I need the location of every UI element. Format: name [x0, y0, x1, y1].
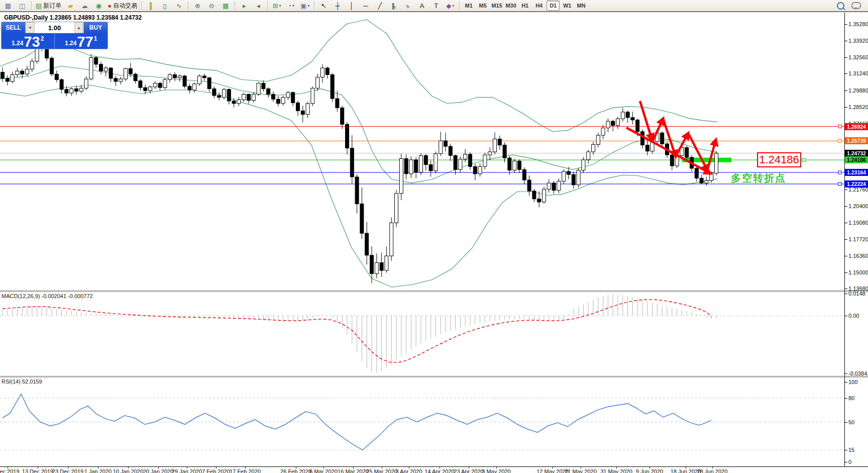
buy-price-big: 77	[77, 35, 93, 48]
sell-button[interactable]: SELL	[2, 22, 25, 33]
horizontal-line-tool-button[interactable]: ─	[359, 0, 372, 11]
indicators-dropdown-icon[interactable]: ▾	[279, 4, 281, 8]
vertical-line-tool-button[interactable]: │	[345, 0, 358, 11]
timeframe-m30[interactable]: M30	[504, 1, 517, 11]
text-tool-button[interactable]: A	[415, 0, 428, 11]
candle-body	[552, 183, 556, 191]
timeframe-m1[interactable]: M1	[462, 1, 475, 11]
candlestick-mode-button[interactable]: ▯	[158, 0, 171, 11]
signals-button[interactable]: ◉	[92, 0, 105, 11]
fibonacci-tool-button[interactable]: ▫F	[401, 0, 414, 11]
candle-body	[336, 99, 339, 108]
periods-dropdown-icon[interactable]: ▾	[292, 4, 294, 8]
autotrading-button[interactable]: ●自动交易	[106, 0, 139, 11]
chart-profiles-button[interactable]: ◫	[16, 0, 29, 11]
timeframe-m5[interactable]: M5	[476, 1, 489, 11]
candle-body	[626, 112, 629, 118]
macd-axis-tick: 0.0148	[848, 291, 865, 297]
x-axis-tick	[553, 466, 553, 468]
panel-separator[interactable]	[0, 376, 868, 376]
hline-marker[interactable]	[838, 139, 841, 142]
chart-shift-button[interactable]: ◂	[252, 0, 265, 11]
zoom-in-button[interactable]: ⊕	[191, 0, 204, 11]
candle-body	[537, 199, 541, 202]
candle-body	[94, 58, 98, 64]
buy-price[interactable]: 1.24 77 1	[55, 33, 108, 49]
zoom-out-button[interactable]: ⊖	[205, 0, 218, 11]
buy-button[interactable]: BUY	[84, 22, 107, 33]
hline-marker[interactable]	[838, 125, 841, 128]
candle-body	[611, 121, 615, 126]
sell-price-sup: 2	[41, 35, 44, 42]
market-history-icon: ▰	[68, 2, 73, 10]
new-order-label: 新订单	[43, 2, 61, 10]
chart-profiles-icon: ◫	[19, 2, 25, 10]
chart-window[interactable]: GBPUSD-,Daily 1.23865 1.24893 1.23584 1.…	[0, 12, 868, 473]
auto-scroll-button[interactable]: ▸	[238, 0, 251, 11]
market-history-button[interactable]: ▰	[64, 0, 77, 11]
candle-body	[60, 79, 63, 89]
macd-canvas[interactable]	[0, 293, 844, 376]
panel-separator[interactable]	[0, 291, 868, 291]
vertical-line-tool-icon: │	[350, 2, 354, 10]
templates-dropdown-icon[interactable]: ▾	[307, 4, 309, 8]
search-icon[interactable]	[837, 2, 844, 10]
volume-input[interactable]: 1.00	[35, 22, 74, 33]
x-axis-tick	[686, 466, 686, 468]
tile-windows-icon: ▦	[223, 2, 229, 10]
sell-price[interactable]: 1.24 73 2	[2, 33, 55, 49]
chat-icon[interactable]	[851, 2, 861, 9]
indicators-button[interactable]: ⊞▾	[270, 0, 283, 11]
price-chart-canvas[interactable]	[0, 13, 844, 291]
candle-body	[331, 75, 334, 99]
timeframe-h1[interactable]: H1	[518, 1, 531, 11]
volume-increase-button[interactable]: ▲	[74, 22, 83, 33]
new-chart-button[interactable]: ▦	[2, 0, 15, 11]
equidistant-channel-tool-button[interactable]: ∥E	[387, 0, 400, 11]
candle-body	[557, 181, 561, 191]
candle-body	[414, 160, 418, 172]
candle-body	[11, 75, 14, 81]
hline-marker[interactable]	[838, 171, 841, 174]
price-tag-1.22224: 1.22224	[845, 180, 868, 187]
x-axis-label: 16 Mar 2020	[338, 468, 369, 473]
hline-marker[interactable]	[802, 158, 805, 161]
crosshair-button[interactable]: ┼	[331, 0, 344, 11]
timeframe-h4[interactable]: H4	[532, 1, 546, 11]
candle-body	[99, 64, 103, 71]
periods-button[interactable]: ◔▾	[284, 0, 297, 11]
trendline-tool-button[interactable]: ╱	[373, 0, 386, 11]
candle-body	[375, 263, 378, 274]
candle-body	[370, 255, 374, 274]
candle-body	[232, 101, 236, 104]
x-axis-label: Dec 2019	[0, 468, 20, 473]
line-chart-mode-button[interactable]: ∿	[172, 0, 185, 11]
community-button[interactable]: ☁	[78, 0, 91, 11]
tile-windows-button[interactable]: ▦	[219, 0, 232, 11]
timeframe-mn[interactable]: MN	[575, 1, 588, 11]
bar-chart-mode-button[interactable]: ║	[144, 0, 157, 11]
templates-button[interactable]: ▣▾	[298, 0, 311, 11]
x-axis-tick	[469, 466, 469, 468]
mt4-window: ▦◫▤新订单▰☁◉●自动交易║▯∿⊕⊖▦▸◂⊞▾◔▾▣▾↖┼│─╱∥E▫FAT◆…	[0, 0, 868, 473]
rsi-canvas[interactable]	[0, 378, 844, 466]
arrows-tool-dropdown-icon[interactable]: ▾	[452, 4, 454, 8]
x-axis-label: 14 Apr 2020	[424, 468, 454, 473]
arrows-tool-button[interactable]: ◆▾	[444, 0, 457, 11]
price-annotation-box[interactable]: 1.24186	[757, 152, 801, 167]
new-order-button[interactable]: ▤新订单	[34, 0, 63, 11]
hline-marker[interactable]	[838, 182, 841, 185]
x-axis-label: 29 Jan 2020	[172, 468, 202, 473]
templates-icon: ▣	[300, 2, 306, 10]
x-axis-tick	[440, 466, 440, 468]
timeframe-w1[interactable]: W1	[561, 1, 574, 11]
text-label-tool-button[interactable]: T	[429, 0, 443, 11]
timeframe-m15[interactable]: M15	[490, 1, 503, 11]
line-chart-mode-icon: ∿	[176, 2, 182, 10]
cursor-button[interactable]: ↖	[317, 0, 330, 11]
volume-decrease-button[interactable]: ▼	[26, 22, 35, 33]
candle-body	[596, 135, 600, 144]
timeframe-d1[interactable]: D1	[547, 1, 560, 11]
turning-point-label[interactable]: 多空转折点	[731, 171, 786, 185]
bar-chart-mode-icon: ║	[149, 2, 153, 10]
